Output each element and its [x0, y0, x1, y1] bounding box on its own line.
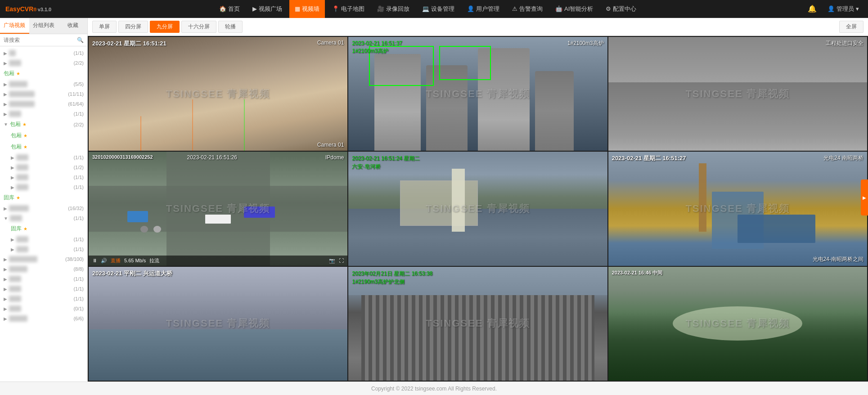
tab-fav[interactable]: 收藏 [58, 18, 87, 34]
nav-item-alarm[interactable]: ⚠ 告警查询 [507, 0, 548, 18]
tree-star-8: ★ [22, 122, 27, 127]
tree-arrow-20: ▶ [11, 247, 14, 252]
nav-item-replay[interactable]: 🎥 录像回放 [372, 0, 415, 18]
camera-cell-6[interactable]: TSINGSEE 青犀视频 2023-02-21 星期二 16:51:27 光电… [608, 152, 867, 265]
tree-count-22: (8/8) [73, 266, 84, 272]
nav-item-home[interactable]: 🏠 首页 [214, 0, 245, 18]
tree-item-2[interactable]: ▶ Eabc (2/2) [0, 58, 87, 68]
cam4-play-btn[interactable]: ⏸ [92, 258, 97, 263]
tree-item-12[interactable]: ▶ Eabc (1/2) [0, 162, 87, 172]
cam6-timestamp: 2023-02-21 星期二 16:51:27 [612, 154, 686, 162]
tree-item-5[interactable]: ▶ Eabcdefgh (11/11) [0, 89, 87, 99]
tree-count-8: (2/2) [73, 122, 84, 127]
tree-item-6[interactable]: ▶ Eabcdefgh (61/64) [0, 99, 87, 109]
tree-label-2: Eabc [9, 60, 21, 66]
tree-item-26[interactable]: ▶ Eabc (0/1) [0, 304, 87, 314]
tree-arrow-12: ▶ [11, 165, 14, 170]
nav-item-video-plaza[interactable]: ▶ 视频广场 [247, 0, 288, 18]
tree-label-7: Eabc [9, 111, 21, 117]
tree-item-3[interactable]: 包厢 ★ [0, 68, 87, 79]
tree-item-9[interactable]: 包厢 ★ [0, 130, 87, 141]
cam1-timestamp: 2023-02-21 星期二 16:51:21 [92, 40, 166, 48]
tree-label-15: 固库 [4, 194, 14, 202]
tree-item-14[interactable]: ▶ Eabc (1/1) [0, 182, 87, 192]
user-icon: 👤 [467, 5, 474, 12]
cam4-label: IPdome [325, 154, 344, 161]
tree-item-27[interactable]: ▶ Eabcde (6/6) [0, 314, 87, 323]
tree-label-3: 包厢 [4, 70, 14, 77]
nine-screen-btn[interactable]: 九分屏 [150, 21, 180, 33]
cam6-bottom: 光电24-南昭两桥之间 [813, 256, 864, 263]
four-screen-btn[interactable]: 四分屏 [118, 21, 148, 33]
camera-cell-3[interactable]: TSINGSEE 青犀视频 工程处进口安全 [608, 37, 867, 151]
topbar: EasyCVR®v3.1.0 🏠 首页 ▶ 视频广场 ▦ 视频墙 📍 电子地图 … [0, 0, 868, 18]
nav-item-user[interactable]: 👤 用户管理 [462, 0, 505, 18]
tree-item-1[interactable]: ▶ Ea (1/1) [0, 48, 87, 58]
bell-button[interactable]: 🔔 [804, 4, 820, 13]
single-screen-btn[interactable]: 单屏 [92, 21, 117, 33]
tree-item-15[interactable]: 固库 ★ [0, 192, 87, 203]
tree-item-7[interactable]: ▶ Eabc (1/1) [0, 109, 87, 119]
camera-cell-2[interactable]: TSINGSEE 青犀视频 2023-02-21 16:51:37 1#2100… [348, 37, 607, 151]
tree-count-2: (2/2) [73, 60, 84, 66]
right-panel-toggle[interactable]: ▶ [861, 180, 868, 215]
tree-label-26: Eabc [9, 305, 21, 312]
detection-box-2b [439, 46, 491, 80]
tree-item-25[interactable]: ▶ Eabc (1/1) [0, 294, 87, 304]
search-input[interactable] [4, 37, 77, 43]
cam5-info: 2023-02-21 16:51:24 星期二 六安·皂河桥 [352, 154, 420, 171]
tree-arrow-5: ▶ [4, 92, 7, 97]
tree-item-18[interactable]: 固库 ★ [0, 223, 87, 234]
camera-cell-7[interactable]: TSINGSEE 青犀视频 2023-02-21 平刚二 兴运道大桥 [89, 267, 347, 381]
nav-item-device[interactable]: 💻 设备管理 [417, 0, 460, 18]
device-icon: 💻 [422, 5, 429, 12]
tree-item-23[interactable]: ▶ Eabc (1/1) [0, 274, 87, 284]
tour-btn[interactable]: 轮播 [218, 21, 243, 33]
toolbar-left: 单屏 四分屏 九分屏 十六分屏 轮播 [92, 21, 243, 33]
tree-item-20[interactable]: ▶ Eabc (1/1) [0, 244, 87, 254]
tree-label-1: Ea [9, 50, 16, 56]
camera-cell-5[interactable]: TSINGSEE 青犀视频 2023-02-21 16:51:24 星期二 六安… [348, 152, 607, 265]
cam4-screenshot-btn[interactable]: 📷 [329, 258, 335, 264]
nav-item-config[interactable]: ⚙ 配置中心 [600, 0, 642, 18]
tree-item-17[interactable]: ▼ Eabc (1/1) [0, 213, 87, 223]
cam4-drag-label[interactable]: 拉流 [149, 257, 159, 264]
tree-item-21[interactable]: ▶ Eabcdefghij (38/100) [0, 254, 87, 264]
tree-item-4[interactable]: ▶ Eabcde (5/5) [0, 79, 87, 89]
tree-arrow-7: ▶ [4, 112, 7, 117]
search-icon[interactable]: 🔍 [77, 37, 84, 43]
sixteen-screen-btn[interactable]: 十六分屏 [181, 21, 216, 33]
tree-item-16[interactable]: ▶ Eabcdef (16/32) [0, 203, 87, 213]
tree-arrow-19: ▶ [11, 237, 14, 242]
tree-item-8[interactable]: ▼ 包厢 ★ (2/2) [0, 119, 87, 130]
fullscreen-btn[interactable]: 全屏 [839, 21, 864, 33]
camera-cell-4[interactable]: TSINGSEE 青犀视频 3201020000313169002252 202… [89, 152, 347, 265]
tree-count-4: (5/5) [73, 81, 84, 87]
tree-item-24[interactable]: ▶ Eabc (1/1) [0, 284, 87, 294]
nav-item-video-wall[interactable]: ▦ 视频墙 [289, 0, 325, 18]
admin-menu[interactable]: 👤 管理员 ▾ [824, 5, 863, 13]
tree-item-19[interactable]: ▶ Eabc (1/1) [0, 234, 87, 244]
tree-count-21: (38/100) [65, 256, 84, 262]
tree-count-5: (11/11) [68, 91, 84, 97]
cam4-audio-btn[interactable]: 🔊 [101, 258, 107, 264]
tree-item-13[interactable]: ▶ Eabc (1/1) [0, 172, 87, 182]
tab-plaza[interactable]: 广场视频 [0, 18, 29, 34]
tree-item-10[interactable]: 包厢 ★ [0, 141, 87, 153]
nav-item-map[interactable]: 📍 电子地图 [327, 0, 370, 18]
alarm-icon: ⚠ [512, 5, 517, 12]
tree-item-11[interactable]: ▶ Eabc (1/1) [0, 153, 87, 162]
tree-label-25: Eabc [9, 296, 21, 302]
camera-cell-9[interactable]: TSINGSEE 青犀视频 2023-02-21 16:46 中间 [608, 267, 867, 381]
tree-item-22[interactable]: ▶ Eabcde (8/8) [0, 264, 87, 274]
tree-label-21: Eabcdefghij [9, 256, 37, 262]
tree-star-15: ★ [16, 195, 20, 200]
cam4-fullscreen-btn[interactable]: ⛶ [339, 258, 344, 263]
nav-video-wall-label: 视频墙 [302, 5, 319, 13]
tree-arrow-8: ▼ [4, 122, 8, 127]
camera-cell-1[interactable]: TSINGSEE 青犀视频 2023-02-21 星期二 16:51:21 Ca… [89, 37, 347, 151]
tab-group[interactable]: 分组列表 [29, 18, 58, 34]
nav-item-ai[interactable]: 🤖 AI智能分析 [550, 0, 598, 18]
camera-cell-8[interactable]: TSINGSEE 青犀视频 2023年02月21日 星期二 16:53:38 1… [348, 267, 607, 381]
tree-arrow-1: ▶ [4, 51, 7, 56]
